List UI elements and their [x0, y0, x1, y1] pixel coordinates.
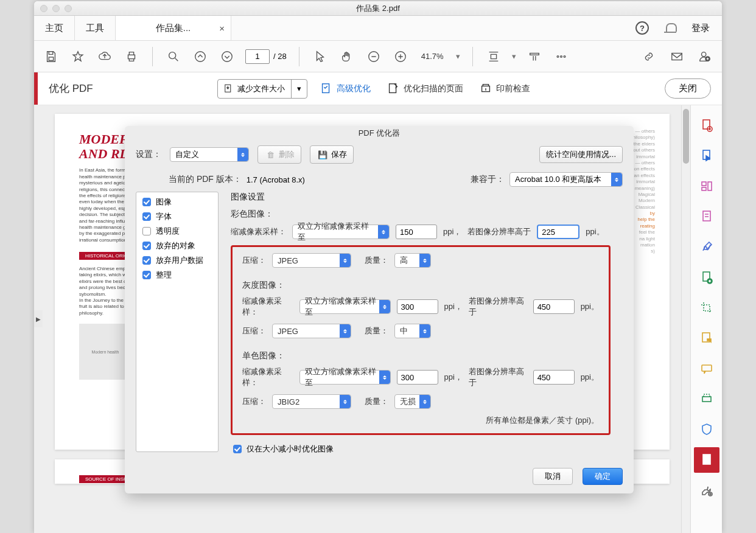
svg-rect-21 — [702, 182, 706, 186]
zoom-out-icon[interactable] — [365, 48, 382, 65]
bell-icon[interactable] — [663, 21, 677, 35]
create-pdf-icon[interactable] — [694, 113, 719, 138]
category-checkbox[interactable] — [142, 227, 151, 235]
login-link[interactable]: 登录 — [691, 23, 710, 34]
maximize-window-icon[interactable] — [65, 5, 72, 12]
gray-above-input[interactable] — [533, 299, 575, 314]
gray-quality-select[interactable]: 中 — [394, 324, 431, 338]
cancel-button[interactable]: 取消 — [533, 468, 573, 485]
preset-select[interactable]: 自定义 — [170, 147, 249, 162]
svg-rect-1 — [128, 55, 135, 58]
close-window-icon[interactable] — [40, 5, 47, 12]
delete-preset-button[interactable]: 🗑删除 — [257, 145, 301, 164]
svg-rect-22 — [702, 187, 706, 190]
zoom-dropdown-icon[interactable]: ▾ — [456, 52, 460, 61]
advanced-optimize-button[interactable]: 高级优化 — [316, 82, 374, 96]
optimize-scan-button[interactable]: 优化扫描的页面 — [383, 82, 467, 96]
svg-rect-29 — [702, 397, 711, 402]
fit-width-icon[interactable] — [485, 48, 502, 65]
expand-left-panel-icon[interactable]: ▶ — [34, 310, 43, 327]
read-mode-icon[interactable] — [526, 48, 543, 65]
color-compress-select[interactable]: JPEG — [272, 253, 351, 268]
page-indicator: / 28 — [245, 49, 287, 64]
main-toolbar: / 28 41.7% ▾ ▾ — [34, 41, 722, 72]
optimize-pdf-icon[interactable] — [694, 447, 719, 473]
tab-tools[interactable]: 工具 — [75, 16, 116, 40]
reduce-filesize-dropdown[interactable]: ▾ — [291, 80, 307, 98]
gray-ppi-input[interactable] — [397, 299, 438, 314]
save-disk-icon: 💾 — [317, 148, 329, 161]
scroll-thumb[interactable] — [683, 109, 689, 164]
note-icon[interactable] — [694, 356, 719, 381]
gray-downsample-select[interactable]: 双立方缩减像素采样至 — [299, 299, 391, 314]
pointer-icon[interactable] — [312, 48, 329, 65]
category-checkbox[interactable] — [142, 242, 151, 250]
close-tab-icon[interactable]: × — [219, 23, 225, 33]
mono-compress-select[interactable]: JBIG2 — [272, 394, 351, 409]
category-checkbox[interactable] — [142, 198, 151, 206]
print-icon[interactable] — [123, 48, 140, 65]
tab-home[interactable]: 主页 — [34, 16, 75, 40]
ok-button[interactable]: 确定 — [583, 468, 623, 485]
mono-downsample-select[interactable]: 双立方缩减像素采样至 — [299, 370, 391, 385]
category-item-3[interactable]: 放弃的对象 — [136, 239, 218, 253]
hand-icon[interactable] — [338, 48, 355, 65]
edit-pdf-icon[interactable] — [694, 173, 719, 199]
fit-dropdown-icon[interactable]: ▾ — [512, 52, 516, 61]
email-icon[interactable] — [668, 48, 685, 65]
svg-point-2 — [169, 52, 176, 58]
preflight-button[interactable]: 印前检查 — [475, 82, 534, 96]
print-prod-icon[interactable] — [694, 386, 719, 412]
color-downsample-select[interactable]: 双立方缩减像素采样至 — [292, 225, 390, 239]
optimize-only-smaller-label: 仅在大小减小时优化图像 — [247, 444, 334, 455]
category-checkbox[interactable] — [142, 271, 151, 279]
category-item-5[interactable]: 整理 — [136, 268, 218, 282]
color-ppi-input[interactable] — [396, 225, 437, 239]
page-up-icon[interactable] — [192, 48, 209, 65]
sign-icon[interactable] — [694, 234, 719, 260]
svg-rect-24 — [703, 211, 710, 221]
category-checkbox[interactable] — [142, 212, 151, 221]
reduce-filesize-button[interactable]: 减少文件大小 ▾ — [217, 79, 307, 99]
color-above-input[interactable] — [537, 225, 579, 239]
more-icon[interactable] — [553, 48, 570, 65]
star-icon[interactable] — [69, 48, 86, 65]
zoom-in-icon[interactable] — [392, 48, 409, 65]
compat-label: 兼容于： — [471, 174, 505, 185]
crop-icon[interactable] — [694, 295, 719, 321]
cloud-upload-icon[interactable] — [96, 48, 113, 65]
space-audit-button[interactable]: 统计空间使用情况... — [539, 146, 623, 163]
gray-compress-select[interactable]: JPEG — [272, 324, 351, 338]
comment-icon[interactable] — [694, 326, 719, 351]
page-current-input[interactable] — [245, 49, 270, 64]
organize-icon[interactable] — [694, 204, 719, 229]
page-down-icon[interactable] — [219, 48, 236, 65]
category-label: 图像 — [156, 197, 172, 207]
search-icon[interactable] — [165, 48, 182, 65]
category-item-0[interactable]: 图像 — [136, 195, 218, 209]
help-icon[interactable]: ? — [635, 21, 649, 35]
color-quality-select[interactable]: 高 — [394, 253, 431, 268]
compat-select[interactable]: Acrobat 10.0 和更高版本 — [509, 172, 623, 187]
combine-icon[interactable] — [694, 265, 719, 290]
close-toolbar-button[interactable]: 关闭 — [665, 78, 711, 99]
zoom-level[interactable]: 41.7% — [419, 52, 446, 61]
optimize-only-smaller-checkbox[interactable] — [233, 445, 242, 453]
add-user-icon[interactable] — [696, 48, 713, 65]
mono-quality-select[interactable]: 无损 — [394, 394, 431, 409]
tab-document[interactable]: 作品集... × — [116, 16, 231, 40]
category-item-1[interactable]: 字体 — [136, 209, 218, 224]
mono-above-input[interactable] — [533, 370, 575, 385]
more-tools-icon[interactable] — [694, 478, 719, 503]
category-item-4[interactable]: 放弃用户数据 — [136, 253, 218, 268]
mono-ppi-input[interactable] — [397, 370, 438, 385]
save-icon[interactable] — [43, 48, 60, 65]
minimize-window-icon[interactable] — [52, 5, 60, 12]
protect-icon[interactable] — [694, 417, 719, 442]
category-item-2[interactable]: 透明度 — [136, 224, 218, 239]
export-pdf-icon[interactable] — [694, 143, 719, 169]
category-checkbox[interactable] — [142, 256, 151, 265]
link-icon[interactable] — [640, 48, 657, 65]
scrollbar[interactable] — [681, 105, 690, 533]
save-preset-button[interactable]: 💾保存 — [310, 145, 354, 164]
